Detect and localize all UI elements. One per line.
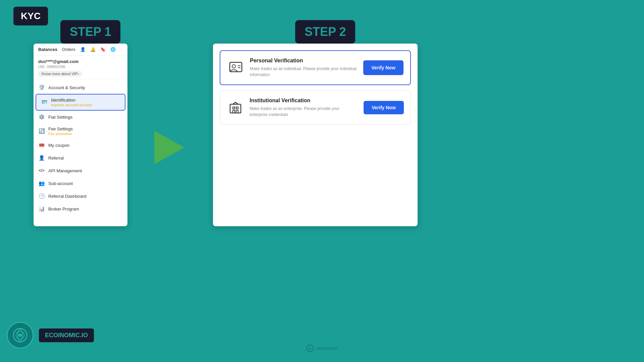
menu-label-fiat-settings: Fiat Settings (48, 115, 72, 120)
personal-verification-card: Personal Verification Make trades as an … (220, 50, 411, 85)
step1-label: STEP 1 (60, 20, 120, 44)
broker-icon: 📊 (38, 205, 45, 212)
sub-account-icon: 👥 (38, 180, 45, 187)
step2-label: STEP 2 (295, 20, 355, 44)
svg-rect-5 (233, 107, 235, 109)
menu-label-my-coupon: My coupon (48, 143, 70, 148)
center-logo-icon: e (306, 345, 314, 352)
sidebar-item-api-management[interactable]: </> API Management (34, 164, 127, 177)
menu-label-api-management: API Management (48, 168, 82, 173)
nav-balances[interactable]: Balances (38, 47, 57, 52)
sidebar-item-sub-account[interactable]: 👥 Sub-account (34, 177, 127, 190)
personal-verif-icon (227, 59, 245, 76)
coupon-icon: 🎟️ (38, 142, 45, 148)
sidebar-item-identification[interactable]: 🪪 Identification Improve account securit… (36, 94, 125, 111)
bottom-logo: ECOINOMIC.IO (7, 322, 94, 349)
menu-sublabel-fee-settings: Fee promotion (48, 132, 73, 136)
referral-dashboard-icon: 🕐 (38, 193, 45, 199)
sidebar-item-broker-program[interactable]: 📊 Broker Program (34, 202, 127, 215)
menu-label-identification: Identification (51, 98, 92, 103)
institutional-verif-desc: Make trades as an enterprise. Please pro… (250, 106, 358, 118)
step-arrow (154, 131, 184, 164)
vip-badge[interactable]: Know more about VIP (38, 71, 82, 77)
center-logo-text: ecoinomic (316, 346, 337, 351)
personal-verify-button[interactable]: Verify Now (363, 60, 404, 75)
nav-orders[interactable]: Orders (62, 47, 75, 52)
user-email: dus****@gmail.com (38, 59, 123, 64)
brand-logo-text: ECOINOMIC.IO (39, 328, 94, 342)
fiat-icon: ⚙️ (38, 114, 45, 120)
logo-circle-icon (7, 322, 34, 349)
sidebar-item-referral-dashboard[interactable]: 🕐 Referral Dashboard (34, 190, 127, 202)
referral-icon: 👤 (38, 155, 45, 161)
menu-sublabel-identification: Improve account security (51, 103, 92, 107)
sidebar-item-account-security[interactable]: 🛡️ Account & Security (34, 81, 127, 94)
kyc-badge: KYC (13, 7, 48, 25)
user-info: dus****@gmail.com UID: 398691598 Know mo… (34, 56, 127, 79)
nav-bell-icon[interactable]: 🔔 (90, 47, 96, 52)
menu-label-sub-account: Sub-account (48, 181, 73, 186)
institutional-verif-text: Institutional Verification Make trades a… (250, 98, 358, 118)
sidebar-panel: Balances Orders 👤 🔔 🔖 🌐 dus****@gmail.co… (34, 44, 127, 226)
id-icon: 🪪 (41, 99, 48, 106)
personal-verif-desc: Make trades as an individual. Please pro… (250, 66, 358, 78)
svg-rect-4 (230, 104, 241, 113)
sidebar-item-referral[interactable]: 👤 Referral (34, 152, 127, 164)
fee-icon: 🔄 (38, 128, 45, 134)
nav-user-icon[interactable]: 👤 (80, 47, 86, 52)
sidebar-item-my-coupon[interactable]: 🎟️ My coupon (34, 139, 127, 152)
nav-bookmark-icon[interactable]: 🔖 (100, 47, 106, 52)
svg-point-1 (232, 65, 235, 68)
svg-rect-6 (236, 107, 238, 109)
institutional-verification-card: Institutional Verification Make trades a… (220, 90, 411, 125)
svg-point-11 (18, 334, 22, 337)
sidebar-item-fee-settings[interactable]: 🔄 Fee Settings Fee promotion (34, 123, 127, 139)
institutional-verif-title: Institutional Verification (250, 98, 358, 104)
sidebar-item-fiat-settings[interactable]: ⚙️ Fiat Settings (34, 111, 127, 123)
main-panel: Personal Verification Make trades as an … (213, 44, 418, 226)
menu-label-broker-program: Broker Program (48, 206, 79, 212)
institutional-verif-icon (227, 99, 244, 116)
menu-label-referral-dashboard: Referral Dashboard (48, 194, 86, 199)
menu-label-fee-settings: Fee Settings (48, 126, 73, 131)
personal-verif-text: Personal Verification Make trades as an … (250, 58, 358, 78)
menu-list: 🛡️ Account & Security 🪪 Identification I… (34, 79, 127, 217)
user-uid: UID: 398691598 (38, 65, 123, 69)
center-logo: e ecoinomic (306, 345, 337, 352)
menu-label-account-security: Account & Security (48, 85, 85, 90)
nav-bar: Balances Orders 👤 🔔 🔖 🌐 (34, 44, 127, 56)
personal-verif-title: Personal Verification (250, 58, 358, 64)
api-icon: </> (38, 167, 45, 174)
nav-globe-icon[interactable]: 🌐 (110, 47, 116, 52)
menu-label-referral: Referral (48, 156, 64, 161)
shield-icon: 🛡️ (38, 84, 45, 91)
institutional-verify-button[interactable]: Verify Now (364, 101, 404, 114)
